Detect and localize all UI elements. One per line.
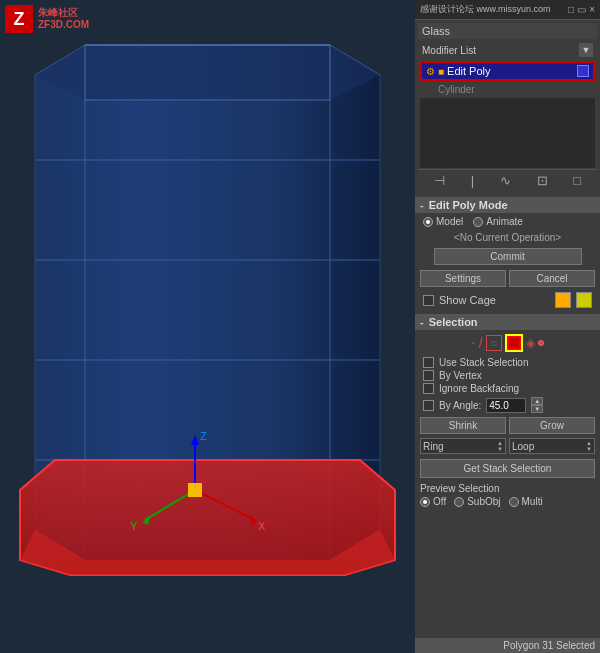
3d-shape-svg: Z Y X	[0, 0, 415, 653]
border-select-icon[interactable]: ○	[486, 335, 502, 351]
grid-icon[interactable]: ⊡	[537, 173, 548, 188]
preview-multi-radio[interactable]: Multi	[509, 496, 543, 507]
minimize-icon[interactable]: □	[568, 4, 574, 15]
modifier-list-row: Modifier List ▼	[418, 41, 597, 59]
viewport[interactable]: Z 朱峰社区 ZF3D.COM	[0, 0, 415, 653]
by-angle-row: By Angle: ▲ ▼	[415, 395, 600, 415]
element-select-icon[interactable]: ◈	[526, 336, 535, 350]
close-icon[interactable]: ×	[589, 4, 595, 15]
panel-header: 感谢设计论坛 www.missyun.com □ ▭ ×	[415, 0, 600, 20]
ignore-backfacing-row: Ignore Backfacing	[415, 382, 600, 395]
animate-radio-dot	[473, 217, 483, 227]
selection-icons-row: · / ○ ◈	[415, 330, 600, 356]
angle-spinner[interactable]: ▲ ▼	[531, 397, 543, 413]
status-bar: Polygon 31 Selected	[415, 638, 600, 653]
preview-label: Preview Selection	[420, 483, 595, 494]
by-vertex-row: By Vertex	[415, 369, 600, 382]
preview-multi-label: Multi	[522, 496, 543, 507]
vertex-select-icon[interactable]: ·	[471, 334, 475, 352]
animate-radio[interactable]: Animate	[473, 216, 523, 227]
grow-button[interactable]: Grow	[509, 417, 595, 434]
cancel-button[interactable]: Cancel	[509, 270, 595, 287]
collapse-icon[interactable]: -	[420, 199, 424, 211]
preview-off-label: Off	[433, 496, 446, 507]
preview-subobj-dot	[454, 497, 464, 507]
ring-select[interactable]: Ring ▲ ▼	[420, 438, 506, 454]
use-stack-row: Use Stack Selection	[415, 356, 600, 369]
modifier-stack	[420, 98, 595, 168]
ignore-backfacing-checkbox[interactable]	[423, 383, 434, 394]
by-vertex-checkbox[interactable]	[423, 370, 434, 381]
svg-text:X: X	[258, 520, 266, 532]
show-cage-label: Show Cage	[439, 294, 550, 306]
edit-poly-row[interactable]: ⚙ ■ Edit Poly	[420, 61, 595, 81]
edit-poly-mode-header: - Edit Poly Mode	[415, 197, 600, 213]
show-cage-row: Show Cage	[415, 289, 600, 311]
preview-multi-dot	[509, 497, 519, 507]
svg-text:Y: Y	[130, 520, 138, 532]
by-vertex-label: By Vertex	[439, 370, 482, 381]
panel-header-text: 感谢设计论坛 www.missyun.com	[420, 3, 551, 16]
use-stack-label: Use Stack Selection	[439, 357, 529, 368]
separator-icon: |	[471, 173, 474, 188]
get-stack-button[interactable]: Get Stack Selection	[420, 459, 595, 478]
model-label: Model	[436, 216, 463, 227]
polygon-select-icon[interactable]	[505, 334, 523, 352]
selection-title: Selection	[429, 316, 478, 328]
right-panel: 感谢设计论坛 www.missyun.com □ ▭ × Glass Modif…	[415, 0, 600, 653]
use-stack-checkbox[interactable]	[423, 357, 434, 368]
status-text: Polygon 31 Selected	[420, 640, 595, 651]
shrink-button[interactable]: Shrink	[420, 417, 506, 434]
preview-subobj-radio[interactable]: SubObj	[454, 496, 500, 507]
preview-radio-row: Off SubObj Multi	[420, 496, 595, 507]
panel-header-icons: □ ▭ ×	[568, 4, 595, 15]
svg-text:Z: Z	[200, 430, 207, 442]
commit-button[interactable]: Commit	[434, 248, 582, 265]
svg-rect-31	[188, 483, 202, 497]
preview-off-radio[interactable]: Off	[420, 496, 446, 507]
glass-label: Glass	[418, 23, 597, 39]
settings-cancel-row: Settings Cancel	[415, 268, 600, 289]
model-radio[interactable]: Model	[423, 216, 463, 227]
ring-loop-row: Ring ▲ ▼ Loop ▲ ▼	[415, 436, 600, 456]
box-icon[interactable]: □	[573, 173, 581, 188]
cage-color1-swatch[interactable]	[555, 292, 571, 308]
spin-up[interactable]: ▲	[531, 397, 543, 405]
svg-marker-14	[35, 45, 380, 100]
modifier-list-dropdown[interactable]: ▼	[579, 43, 593, 57]
edit-poly-icon: ⚙	[426, 66, 435, 77]
by-angle-checkbox[interactable]	[423, 400, 434, 411]
settings-button[interactable]: Settings	[420, 270, 506, 287]
edge-select-icon[interactable]: /	[479, 335, 483, 351]
model-radio-dot	[423, 217, 433, 227]
edit-poly-mode-title: Edit Poly Mode	[429, 199, 508, 211]
no-op-text: <No Current Operation>	[415, 230, 600, 245]
modifier-section: Glass Modifier List ▼ ⚙ ■ Edit Poly Cyli…	[415, 20, 600, 194]
preview-subobj-label: SubObj	[467, 496, 500, 507]
by-angle-input[interactable]	[486, 398, 526, 413]
modifier-list-label: Modifier List	[422, 45, 476, 56]
edit-poly-label: Edit Poly	[447, 65, 574, 77]
selection-header: - Selection	[415, 314, 600, 330]
edit-poly-color-icon: ■	[438, 66, 444, 77]
edit-poly-box[interactable]	[577, 65, 589, 77]
curve-icon[interactable]: ∿	[500, 173, 511, 188]
spin-down[interactable]: ▼	[531, 405, 543, 413]
shrink-grow-row: Shrink Grow	[415, 415, 600, 436]
sel-indicator	[538, 340, 544, 346]
maximize-icon[interactable]: ▭	[577, 4, 586, 15]
loop-select[interactable]: Loop ▲ ▼	[509, 438, 595, 454]
animate-label: Animate	[486, 216, 523, 227]
by-angle-label: By Angle:	[439, 400, 481, 411]
modifier-toolbar: ⊣ | ∿ ⊡ □	[418, 169, 597, 191]
ignore-backfacing-label: Ignore Backfacing	[439, 383, 519, 394]
cylinder-label: Cylinder	[418, 82, 597, 97]
preview-off-dot	[420, 497, 430, 507]
preview-section: Preview Selection Off SubObj Multi	[415, 481, 600, 509]
cage-color2-swatch[interactable]	[576, 292, 592, 308]
pin-icon[interactable]: ⊣	[434, 173, 445, 188]
model-animate-row: Model Animate	[415, 213, 600, 230]
selection-collapse-icon[interactable]: -	[420, 316, 424, 328]
show-cage-checkbox[interactable]	[423, 295, 434, 306]
